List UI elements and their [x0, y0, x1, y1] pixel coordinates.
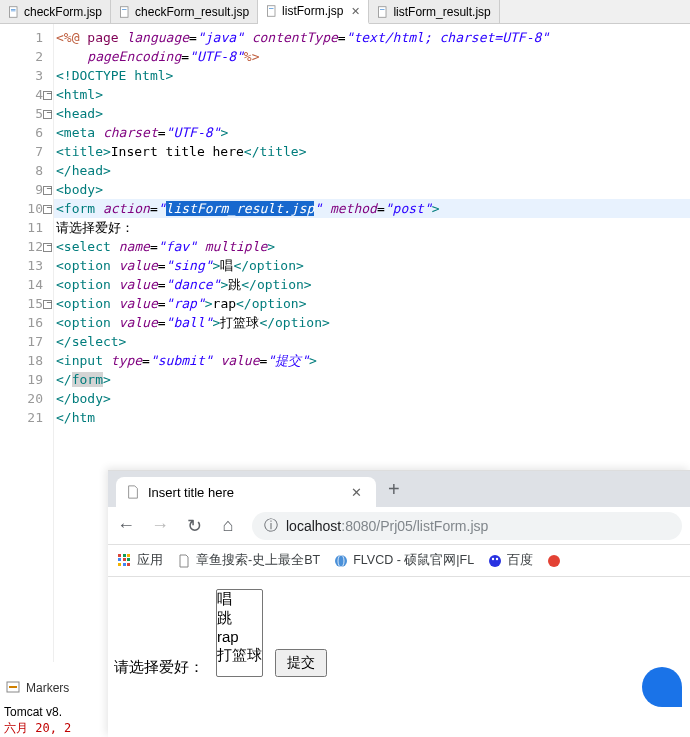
editor-tab-listform-result[interactable]: listForm_result.jsp — [369, 0, 499, 23]
home-button[interactable]: ⌂ — [218, 515, 238, 536]
fav-select[interactable]: 唱 跳 rap 打篮球 — [216, 589, 263, 677]
line-number: 21 — [0, 408, 53, 427]
baidu-icon — [488, 554, 502, 568]
browser-toolbar: ← → ↻ ⌂ ⓘ localhost:8080/Prj05/listForm.… — [108, 507, 690, 545]
close-icon[interactable]: ✕ — [351, 5, 360, 18]
select-option[interactable]: 跳 — [217, 609, 262, 628]
svg-rect-6 — [269, 8, 274, 9]
document-icon — [177, 554, 191, 568]
svg-point-13 — [489, 555, 501, 567]
document-icon — [126, 485, 140, 499]
svg-rect-3 — [121, 6, 129, 17]
svg-rect-0 — [10, 6, 18, 17]
jsp-file-icon — [266, 5, 278, 17]
svg-rect-1 — [11, 9, 16, 10]
new-tab-button[interactable]: + — [376, 478, 412, 501]
favicon-icon — [547, 554, 561, 568]
editor-tab-listform[interactable]: listForm.jsp ✕ — [258, 0, 369, 24]
apps-button[interactable]: 应用 — [118, 552, 163, 569]
url-host: localhost — [286, 518, 341, 534]
svg-point-16 — [548, 555, 560, 567]
line-number: 15 — [0, 294, 53, 313]
bookmark-item[interactable]: FLVCD - 硕鼠官网|FL — [334, 552, 474, 569]
line-number: 7 — [0, 142, 53, 161]
page-body: 请选择爱好： 唱 跳 rap 打篮球 提交 — [108, 577, 690, 689]
select-option[interactable]: rap — [217, 628, 262, 646]
bookmark-bar: 应用 章鱼搜索-史上最全BT FLVCD - 硕鼠官网|FL 百度 — [108, 545, 690, 577]
line-number: 12 — [0, 237, 53, 256]
jsp-file-icon — [119, 6, 131, 18]
line-number: 16 — [0, 313, 53, 332]
site-info-icon[interactable]: ⓘ — [264, 517, 278, 535]
floating-action-button[interactable] — [642, 667, 682, 707]
back-button[interactable]: ← — [116, 515, 136, 536]
line-gutter: 1 2 3 4 5 6 7 8 9 10 11 12 13 14 15 16 1… — [0, 24, 54, 662]
line-number: 14 — [0, 275, 53, 294]
svg-rect-8 — [380, 9, 385, 10]
apps-icon — [118, 554, 132, 568]
svg-point-11 — [335, 555, 347, 567]
reload-button[interactable]: ↻ — [184, 515, 204, 537]
line-number: 18 — [0, 351, 53, 370]
submit-button[interactable]: 提交 — [275, 649, 327, 677]
select-option[interactable]: 唱 — [217, 590, 262, 609]
svg-point-15 — [496, 557, 498, 559]
line-number: 17 — [0, 332, 53, 351]
line-number: 13 — [0, 256, 53, 275]
svg-rect-5 — [268, 6, 276, 17]
line-number: 3 — [0, 66, 53, 85]
bookmark-item[interactable]: 章鱼搜索-史上最全BT — [177, 552, 320, 569]
jsp-file-icon — [8, 6, 20, 18]
url-path: :8080/Prj05/listForm.jsp — [341, 518, 488, 534]
svg-rect-4 — [122, 9, 127, 10]
server-name: Tomcat v8. — [0, 705, 62, 719]
line-number: 5 — [0, 104, 53, 123]
select-option[interactable]: 打篮球 — [217, 646, 262, 665]
line-number: 20 — [0, 389, 53, 408]
form-label: 请选择爱好： — [114, 658, 204, 677]
line-number: 10 — [0, 199, 53, 218]
globe-icon — [334, 554, 348, 568]
line-number: 4 — [0, 85, 53, 104]
bottom-panel-tabs: Markers — [0, 677, 69, 699]
bookmark-item[interactable]: 百度 — [488, 552, 533, 569]
forward-button[interactable]: → — [150, 515, 170, 536]
line-number: 8 — [0, 161, 53, 180]
browser-tab[interactable]: Insert title here ✕ — [116, 477, 376, 507]
markers-tab[interactable]: Markers — [26, 681, 69, 695]
editor-tab-bar: checkForm.jsp checkForm_result.jsp listF… — [0, 0, 690, 24]
line-number: 11 — [0, 218, 53, 237]
line-number: 19 — [0, 370, 53, 389]
editor-tab-checkform[interactable]: checkForm.jsp — [0, 0, 111, 23]
browser-tab-title: Insert title here — [148, 485, 234, 500]
svg-rect-10 — [9, 686, 17, 688]
selected-text: listForm_result.jsp — [166, 201, 315, 216]
console-output: 六月 20, 2 — [0, 720, 71, 737]
markers-icon — [6, 681, 20, 695]
line-number: 2 — [0, 47, 53, 66]
editor-tab-checkform-result[interactable]: checkForm_result.jsp — [111, 0, 258, 23]
tab-label: listForm.jsp — [282, 4, 343, 18]
bookmark-item[interactable] — [547, 554, 561, 568]
browser-window: Insert title here ✕ + ← → ↻ ⌂ ⓘ localhos… — [108, 470, 690, 737]
tab-label: checkForm_result.jsp — [135, 5, 249, 19]
browser-tab-bar: Insert title here ✕ + — [108, 471, 690, 507]
highlighted-line: <form action="listForm_result.jsp" metho… — [54, 199, 690, 218]
line-number: 9 — [0, 180, 53, 199]
tab-label: checkForm.jsp — [24, 5, 102, 19]
tab-label: listForm_result.jsp — [393, 5, 490, 19]
close-icon[interactable]: ✕ — [347, 485, 366, 500]
svg-point-14 — [492, 557, 494, 559]
svg-rect-2 — [11, 10, 16, 11]
line-number: 6 — [0, 123, 53, 142]
address-bar[interactable]: ⓘ localhost:8080/Prj05/listForm.jsp — [252, 512, 682, 540]
line-number: 1 — [0, 28, 53, 47]
svg-rect-7 — [379, 6, 387, 17]
jsp-file-icon — [377, 6, 389, 18]
